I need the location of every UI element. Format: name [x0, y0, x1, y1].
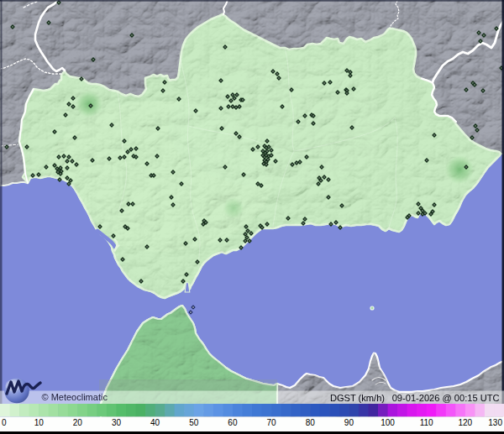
svg-text:30: 30 [112, 418, 122, 427]
svg-text:120: 120 [458, 418, 472, 427]
svg-text:130: 130 [488, 418, 502, 427]
svg-text:80: 80 [306, 418, 316, 427]
svg-text:DGST (km/h) 09-01-2026 @ 00:1: DGST (km/h) 09-01-2026 @ 00:15 UTC [330, 393, 500, 403]
svg-text:50: 50 [189, 418, 199, 427]
svg-text:0: 0 [2, 418, 7, 427]
svg-text:70: 70 [267, 418, 277, 427]
svg-text:110: 110 [420, 418, 433, 427]
svg-text:© Meteoclimatic: © Meteoclimatic [42, 392, 108, 402]
svg-text:20: 20 [73, 418, 83, 427]
svg-text:90: 90 [344, 418, 354, 427]
svg-text:40: 40 [150, 418, 160, 427]
svg-text:10: 10 [34, 418, 45, 427]
svg-text:100: 100 [381, 418, 395, 427]
svg-text:60: 60 [228, 418, 238, 427]
